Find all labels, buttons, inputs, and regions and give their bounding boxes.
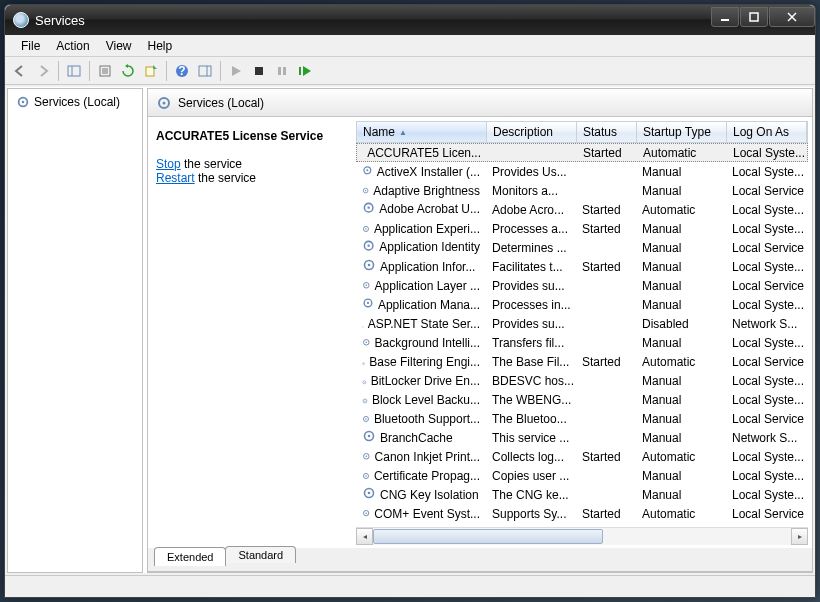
menu-file[interactable]: File [13, 37, 48, 55]
service-status: Started [576, 259, 636, 275]
service-description: Adobe Acro... [486, 202, 576, 218]
gear-icon [362, 336, 371, 350]
service-row[interactable]: Canon Inkjet Print...Collects log...Star… [356, 447, 808, 466]
service-row[interactable]: ACCURATE5 Licen...StartedAutomaticLocal … [356, 143, 808, 162]
minimize-button[interactable] [711, 7, 739, 27]
service-row[interactable]: ActiveX Installer (...Provides Us...Manu… [356, 162, 808, 181]
refresh-button[interactable] [117, 60, 139, 82]
properties-button[interactable] [94, 60, 116, 82]
right-pane-title: Services (Local) [178, 96, 264, 110]
gear-icon [362, 297, 374, 312]
service-description: This service ... [486, 430, 576, 446]
service-startup: Disabled [636, 316, 726, 332]
service-row[interactable]: Bluetooth Support...The Bluetoo...Manual… [356, 409, 808, 428]
service-row[interactable]: Application Mana...Processes in...Manual… [356, 295, 808, 314]
service-row[interactable]: BranchCacheThis service ...ManualNetwork… [356, 428, 808, 447]
gear-icon [362, 165, 373, 179]
scroll-thumb[interactable] [373, 529, 603, 544]
service-row[interactable]: Certificate Propag...Copies user ...Manu… [356, 466, 808, 485]
service-row[interactable]: Application IdentityDetermines ...Manual… [356, 238, 808, 257]
service-row[interactable]: Block Level Backu...The WBENG...ManualLo… [356, 390, 808, 409]
restart-service-line: Restart the service [156, 171, 348, 185]
window-title: Services [35, 13, 85, 28]
service-startup: Manual [636, 278, 726, 294]
service-logon: Local Syste... [727, 145, 807, 161]
service-row[interactable]: COM+ Event Syst...Supports Sy...StartedA… [356, 504, 808, 523]
svg-point-60 [368, 492, 371, 495]
service-description: Provides su... [486, 278, 576, 294]
tree-root-label: Services (Local) [34, 95, 120, 109]
start-service-button[interactable] [225, 60, 247, 82]
gear-icon [362, 239, 375, 255]
tree-root-services-local[interactable]: Services (Local) [12, 93, 138, 111]
scroll-left-button[interactable]: ◂ [356, 528, 373, 545]
service-logon: Local Service [726, 240, 806, 256]
column-name[interactable]: Name▲ [357, 122, 487, 142]
title-bar[interactable]: Services [5, 5, 815, 35]
column-logon[interactable]: Log On As [727, 122, 807, 142]
svg-rect-13 [199, 66, 211, 76]
tree-pane[interactable]: Services (Local) [7, 88, 143, 573]
menu-action[interactable]: Action [48, 37, 97, 55]
tab-extended[interactable]: Extended [154, 547, 226, 566]
service-name: CNG Key Isolation [380, 488, 479, 502]
menu-view[interactable]: View [98, 37, 140, 55]
horizontal-scrollbar[interactable]: ◂ ▸ [356, 527, 808, 544]
svg-rect-4 [68, 66, 80, 76]
service-status: Started [576, 449, 636, 465]
restart-service-button[interactable] [294, 60, 316, 82]
service-row[interactable]: Application Layer ...Provides su...Manua… [356, 276, 808, 295]
svg-point-50 [364, 400, 365, 401]
stop-service-button[interactable] [248, 60, 270, 82]
service-status [576, 494, 636, 496]
service-row[interactable]: Adobe Acrobat U...Adobe Acro...StartedAu… [356, 200, 808, 219]
close-button[interactable] [769, 7, 815, 27]
service-description [487, 152, 577, 154]
scroll-right-button[interactable]: ▸ [791, 528, 808, 545]
service-row[interactable]: ASP.NET State Ser...Provides su...Disabl… [356, 314, 808, 333]
service-startup: Manual [636, 240, 726, 256]
stop-service-link[interactable]: Stop [156, 157, 181, 171]
service-logon: Local Syste... [726, 221, 806, 237]
column-description[interactable]: Description [487, 122, 577, 142]
restart-service-link[interactable]: Restart [156, 171, 195, 185]
services-window: Services File Action View Help ? [4, 4, 816, 598]
service-description: Copies user ... [486, 468, 576, 484]
forward-button[interactable] [32, 60, 54, 82]
export-list-button[interactable] [140, 60, 162, 82]
service-startup: Automatic [636, 506, 726, 522]
column-status[interactable]: Status [577, 122, 637, 142]
service-row[interactable]: Adaptive BrightnessMonitors a...ManualLo… [356, 181, 808, 200]
action-pane-button[interactable] [194, 60, 216, 82]
back-button[interactable] [9, 60, 31, 82]
service-row[interactable]: Application Infor...Facilitates t...Star… [356, 257, 808, 276]
right-pane: Services (Local) ACCURATE5 License Servi… [147, 88, 813, 573]
service-description: Supports Sy... [486, 506, 576, 522]
service-status: Started [576, 354, 636, 370]
service-logon: Local Syste... [726, 468, 806, 484]
service-row[interactable]: Base Filtering Engi...The Base Fil...Sta… [356, 352, 808, 371]
maximize-button[interactable] [740, 7, 768, 27]
show-hide-tree-button[interactable] [63, 60, 85, 82]
menu-help[interactable]: Help [140, 37, 181, 55]
service-logon: Local Service [726, 411, 806, 427]
tab-standard[interactable]: Standard [225, 546, 296, 563]
service-logon: Local Syste... [726, 335, 806, 351]
gear-icon [362, 317, 364, 331]
service-row[interactable]: CNG Key IsolationThe CNG ke...ManualLoca… [356, 485, 808, 504]
gear-icon [362, 507, 370, 521]
service-row[interactable]: Application Experi...Processes a...Start… [356, 219, 808, 238]
service-status: Started [576, 221, 636, 237]
service-row[interactable]: Background Intelli...Transfers fil...Man… [356, 333, 808, 352]
help-button[interactable]: ? [171, 60, 193, 82]
service-status [576, 418, 636, 420]
column-startup[interactable]: Startup Type [637, 122, 727, 142]
service-name: BitLocker Drive En... [371, 374, 480, 388]
service-logon: Network S... [726, 316, 806, 332]
service-logon: Local Syste... [726, 487, 806, 503]
service-name: Bluetooth Support... [374, 412, 480, 426]
service-rows[interactable]: ACCURATE5 Licen...StartedAutomaticLocal … [356, 143, 808, 527]
service-status: Started [577, 145, 637, 161]
service-row[interactable]: BitLocker Drive En...BDESVC hos...Manual… [356, 371, 808, 390]
pause-service-button[interactable] [271, 60, 293, 82]
